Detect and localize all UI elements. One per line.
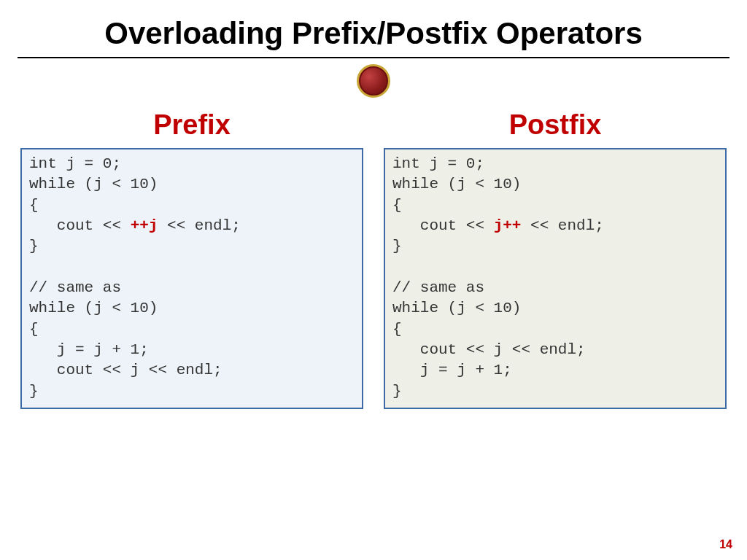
code-line: j = j + 1;: [392, 362, 512, 378]
prefix-code-block: int j = 0; while (j < 10) { cout << ++j …: [20, 148, 363, 409]
university-seal-icon: [357, 64, 390, 98]
code-line: // same as: [29, 279, 121, 296]
slide-title: Overloading Prefix/Postfix Operators: [0, 16, 747, 51]
code-line-part: << endl;: [521, 217, 603, 234]
code-line: }: [392, 383, 402, 400]
code-line: int j = 0;: [29, 155, 121, 172]
postfix-code-block: int j = 0; while (j < 10) { cout << j++ …: [384, 148, 727, 409]
columns-container: Prefix int j = 0; while (j < 10) { cout …: [20, 109, 727, 409]
postfix-column: Postfix int j = 0; while (j < 10) { cout…: [384, 109, 727, 409]
code-line-part: cout <<: [29, 217, 131, 234]
prefix-column: Prefix int j = 0; while (j < 10) { cout …: [20, 109, 363, 409]
postfix-heading: Postfix: [384, 109, 727, 141]
code-line: while (j < 10): [392, 176, 521, 192]
code-line-part: cout <<: [392, 217, 494, 234]
code-line: while (j < 10): [392, 300, 521, 316]
code-line: {: [392, 321, 402, 338]
code-line: {: [392, 197, 402, 214]
prefix-increment-highlight: ++j: [131, 217, 158, 234]
page-number: 14: [719, 538, 732, 551]
code-line: }: [392, 238, 402, 254]
code-line: while (j < 10): [29, 176, 158, 192]
code-line: cout << j << endl;: [29, 362, 222, 378]
code-line: int j = 0;: [392, 155, 484, 172]
prefix-heading: Prefix: [20, 109, 363, 141]
code-line: {: [29, 197, 39, 214]
code-line: }: [29, 238, 39, 254]
code-line: cout << j << endl;: [392, 341, 586, 358]
divider: [18, 57, 729, 58]
code-line-part: << endl;: [158, 217, 240, 234]
code-line: while (j < 10): [29, 300, 158, 316]
code-line: j = j + 1;: [29, 341, 149, 358]
code-line: // same as: [392, 279, 484, 296]
code-line: {: [29, 321, 39, 338]
postfix-increment-highlight: j++: [494, 217, 522, 234]
code-line: }: [29, 383, 39, 400]
